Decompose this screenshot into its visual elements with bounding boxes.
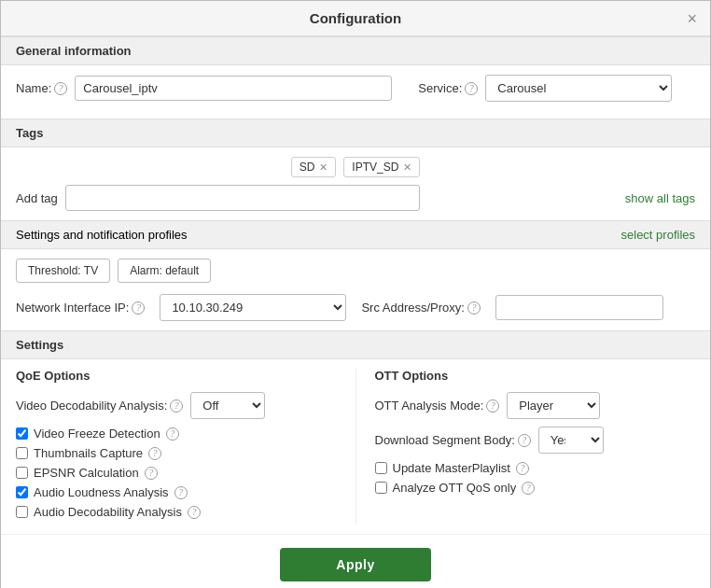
video-decodability-label: Video Decodability Analysis: ? [16, 399, 183, 413]
tag-iptv-sd-label: IPTV_SD [352, 161, 398, 174]
dialog-footer: Apply [1, 534, 710, 588]
checkbox-thumbnails-input[interactable] [16, 447, 28, 459]
select-profiles-link[interactable]: select profiles [621, 228, 695, 242]
checkbox-audio-decodability-label: Audio Decodability Analysis [34, 505, 182, 519]
close-button[interactable]: × [687, 10, 697, 27]
name-input[interactable] [75, 76, 392, 101]
video-decodability-select[interactable]: Off On [190, 392, 265, 419]
general-info-label: General information [16, 44, 132, 58]
download-segment-help-icon[interactable]: ? [518, 434, 531, 447]
tag-iptv-sd: IPTV_SD ✕ [343, 157, 420, 177]
add-tag-row: Add tag show all tags [16, 185, 695, 211]
threshold-tv-button[interactable]: Threshold: TV [16, 259, 110, 283]
audio-loudness-help-icon[interactable]: ? [174, 486, 188, 499]
ott-title: OTT Options [375, 369, 696, 383]
dialog-body: General information Name: ? Service: ? C… [1, 36, 710, 534]
settings-section-header: Settings [1, 330, 710, 359]
network-row: Network Interface IP: ? 10.10.30.249 Src… [16, 294, 695, 321]
name-row: Name: ? Service: ? Carousel Stream Live [16, 75, 695, 102]
download-segment-row: Download Segment Body: ? Yes No [375, 427, 696, 454]
update-masterplaylist-help-icon[interactable]: ? [516, 462, 529, 475]
settings-notif-section-header: Settings and notification profiles selec… [1, 220, 710, 249]
service-help-icon[interactable]: ? [465, 82, 478, 95]
checkbox-audio-loudness: Audio Loudness Analysis ? [16, 485, 337, 499]
name-label: Name: ? [16, 81, 67, 95]
checkbox-update-masterplaylist-input[interactable] [375, 462, 387, 474]
tags-label: Tags [16, 126, 43, 140]
profile-buttons: Threshold: TV Alarm: default [16, 259, 695, 283]
tags-content: SD ✕ IPTV_SD ✕ Add tag show all tags [1, 147, 710, 220]
qoe-title: QoE Options [16, 369, 337, 383]
settings-notif-label: Settings and notification profiles [16, 228, 188, 242]
epsnr-help-icon[interactable]: ? [145, 467, 158, 480]
settings-columns: QoE Options Video Decodability Analysis:… [16, 369, 695, 525]
dialog-header: Configuration × [1, 1, 710, 36]
settings-content: QoE Options Video Decodability Analysis:… [1, 359, 710, 534]
configuration-dialog: Configuration × General information Name… [0, 0, 711, 588]
tag-iptv-sd-remove[interactable]: ✕ [403, 161, 411, 174]
checkbox-audio-decodability-input[interactable] [16, 506, 28, 518]
checkbox-video-freeze: Video Freeze Detection ? [16, 427, 337, 441]
video-freeze-help-icon[interactable]: ? [166, 427, 179, 441]
download-segment-label: Download Segment Body: ? [375, 433, 531, 447]
qoe-options-column: QoE Options Video Decodability Analysis:… [16, 369, 356, 525]
general-info-section-header: General information [1, 36, 710, 65]
download-segment-select[interactable]: Yes No [538, 427, 604, 454]
ott-analysis-row: OTT Analysis Mode: ? Player Analyzer [375, 392, 696, 419]
checkbox-audio-loudness-label: Audio Loudness Analysis [34, 485, 169, 499]
settings-notif-content: Threshold: TV Alarm: default Network Int… [1, 249, 710, 330]
audio-decodability-help-icon[interactable]: ? [188, 506, 201, 519]
checkbox-video-freeze-label: Video Freeze Detection [34, 427, 160, 441]
tag-sd-remove[interactable]: ✕ [319, 161, 328, 174]
general-info-content: Name: ? Service: ? Carousel Stream Live [1, 65, 710, 119]
name-help-icon[interactable]: ? [54, 82, 67, 95]
ott-options-column: OTT Options OTT Analysis Mode: ? Player … [356, 369, 696, 525]
tag-sd-label: SD [300, 161, 315, 174]
src-address-help-icon[interactable]: ? [467, 301, 481, 315]
video-decodability-row: Video Decodability Analysis: ? Off On [16, 392, 337, 419]
show-all-tags-link[interactable]: show all tags [625, 191, 695, 205]
network-ip-select[interactable]: 10.10.30.249 [160, 294, 346, 321]
checkbox-thumbnails: Thumbnails Capture ? [16, 446, 337, 460]
checkbox-analyze-ott-qos-input[interactable] [375, 482, 387, 494]
checkbox-video-freeze-input[interactable] [16, 427, 28, 440]
service-label: Service: ? [418, 81, 478, 95]
tags-section-header: Tags [1, 119, 710, 147]
apply-button[interactable]: Apply [280, 548, 430, 581]
add-tag-input[interactable] [65, 185, 420, 211]
thumbnails-help-icon[interactable]: ? [148, 447, 161, 460]
checkbox-epsnr-input[interactable] [16, 467, 28, 479]
service-select[interactable]: Carousel Stream Live [485, 75, 672, 102]
analyze-ott-qos-help-icon[interactable]: ? [522, 482, 535, 495]
checkbox-audio-decodability: Audio Decodability Analysis ? [16, 505, 337, 519]
checkbox-epsnr-label: EPSNR Calculation [34, 466, 139, 480]
src-address-input[interactable] [495, 295, 663, 320]
checkbox-update-masterplaylist: Update MasterPlaylist ? [375, 461, 696, 475]
checkbox-thumbnails-label: Thumbnails Capture [34, 446, 143, 460]
network-ip-help-icon[interactable]: ? [132, 301, 145, 315]
tag-sd: SD ✕ [291, 157, 337, 177]
checkbox-epsnr: EPSNR Calculation ? [16, 466, 337, 480]
dialog-title: Configuration [310, 10, 401, 26]
ott-analysis-select[interactable]: Player Analyzer [507, 392, 600, 419]
checkbox-analyze-ott-qos-label: Analyze OTT QoS only [393, 481, 517, 495]
ott-analysis-help-icon[interactable]: ? [486, 399, 499, 413]
tags-row: SD ✕ IPTV_SD ✕ [16, 157, 695, 177]
checkbox-update-masterplaylist-label: Update MasterPlaylist [393, 461, 510, 475]
src-address-label: Src Address/Proxy: ? [361, 301, 481, 315]
video-decodability-help-icon[interactable]: ? [170, 399, 183, 413]
add-tag-label: Add tag [16, 191, 58, 205]
checkbox-analyze-ott-qos: Analyze OTT QoS only ? [375, 481, 696, 495]
checkbox-audio-loudness-input[interactable] [16, 486, 28, 498]
network-ip-label: Network Interface IP: ? [16, 301, 145, 315]
alarm-default-button[interactable]: Alarm: default [118, 259, 211, 283]
settings-label: Settings [16, 338, 63, 352]
ott-analysis-label: OTT Analysis Mode: ? [375, 399, 500, 413]
